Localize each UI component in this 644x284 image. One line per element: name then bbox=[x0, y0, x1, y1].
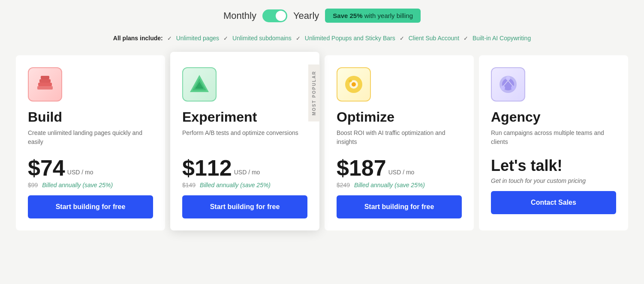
build-plan-price: $74 USD / mo bbox=[28, 157, 153, 179]
include-item-3: Unlimited Popups and Sticky Bars bbox=[305, 35, 395, 42]
experiment-cta-button[interactable]: Start building for free bbox=[182, 195, 307, 218]
save-percent: Save 25% bbox=[333, 12, 362, 19]
experiment-plan-desc: Perform A/B tests and optimize conversio… bbox=[182, 129, 307, 146]
optimize-price-original: $249 Billed annually (save 25%) bbox=[337, 182, 462, 188]
agency-cta-button[interactable]: Contact Sales bbox=[491, 191, 616, 214]
optimize-plan-price: $187 USD / mo bbox=[337, 157, 462, 179]
optimize-billed-note: Billed annually (save 25%) bbox=[354, 182, 425, 188]
plan-card-agency: Agency Run campaigns across multiple tea… bbox=[479, 55, 628, 230]
pricing-cards-row: Build Create unlimited landing pages qui… bbox=[13, 55, 631, 230]
experiment-original-strikethrough: $149 bbox=[182, 182, 196, 188]
include-item-1: Unlimited pages bbox=[176, 35, 219, 42]
svg-rect-0 bbox=[37, 86, 53, 90]
agency-plan-desc: Run campaigns across multiple teams and … bbox=[491, 129, 616, 146]
optimize-cta-button[interactable]: Start building for free bbox=[337, 195, 462, 218]
build-plan-desc: Create unlimited landing pages quickly a… bbox=[28, 129, 153, 146]
check-icon-1: ✓ bbox=[167, 35, 172, 42]
experiment-plan-name: Experiment bbox=[182, 109, 307, 125]
optimize-price-unit: USD / mo bbox=[388, 169, 415, 176]
plans-include-label: All plans include: bbox=[113, 35, 163, 42]
include-item-2: Unlimited subdomains bbox=[232, 35, 292, 42]
experiment-price-amount: $112 bbox=[182, 157, 232, 179]
optimize-plan-name: Optimize bbox=[337, 109, 462, 125]
build-plan-icon bbox=[28, 67, 62, 102]
check-icon-3: ✓ bbox=[296, 35, 301, 42]
optimize-plan-icon bbox=[337, 67, 371, 102]
build-plan-name: Build bbox=[28, 109, 153, 125]
build-billed-note: Billed annually (save 25%) bbox=[42, 182, 113, 188]
yearly-label: Yearly bbox=[293, 10, 319, 21]
svg-point-14 bbox=[511, 86, 515, 90]
optimize-plan-desc: Boost ROI with AI traffic optimization a… bbox=[337, 129, 462, 146]
agency-plan-icon bbox=[491, 67, 525, 102]
billing-toggle-row: Monthly Yearly Save 25% with yearly bill… bbox=[223, 9, 421, 23]
experiment-plan-icon bbox=[182, 67, 217, 102]
check-icon-4: ✓ bbox=[400, 35, 404, 42]
build-price-original: $99 Billed annually (save 25%) bbox=[28, 182, 153, 188]
plan-card-experiment: MOST POPULAR Experiment Perform A/B test… bbox=[170, 52, 319, 230]
svg-rect-1 bbox=[38, 83, 52, 86]
monthly-label: Monthly bbox=[223, 10, 256, 21]
most-popular-tag: MOST POPULAR bbox=[308, 65, 320, 122]
build-cta-button[interactable]: Start building for free bbox=[28, 195, 153, 218]
build-price-unit: USD / mo bbox=[67, 169, 93, 176]
experiment-price-original: $149 Billed annually (save 25%) bbox=[182, 182, 307, 188]
optimize-original-strikethrough: $249 bbox=[337, 182, 350, 188]
include-item-5: Built-in AI Copywriting bbox=[472, 35, 531, 42]
save-badge: Save 25% with yearly billing bbox=[325, 9, 421, 23]
toggle-knob bbox=[276, 11, 286, 21]
check-icon-2: ✓ bbox=[223, 35, 228, 42]
experiment-billed-note: Billed annually (save 25%) bbox=[200, 182, 271, 188]
agency-plan-name: Agency bbox=[491, 109, 616, 125]
svg-rect-3 bbox=[41, 76, 49, 79]
save-suffix: with yearly billing bbox=[363, 12, 413, 19]
svg-point-15 bbox=[501, 86, 505, 90]
build-price-amount: $74 bbox=[28, 157, 65, 179]
agency-lets-talk: Let's talk! bbox=[491, 157, 616, 175]
plans-include-row: All plans include: ✓ Unlimited pages ✓ U… bbox=[113, 35, 531, 42]
optimize-price-amount: $187 bbox=[337, 157, 386, 179]
agency-custom-pricing: Get in touch for your custom pricing bbox=[491, 177, 616, 184]
billing-toggle-switch[interactable] bbox=[262, 9, 287, 22]
include-item-4: Client Sub Account bbox=[409, 35, 459, 42]
experiment-plan-price: $112 USD / mo bbox=[182, 157, 307, 179]
plan-card-build: Build Create unlimited landing pages qui… bbox=[16, 55, 165, 230]
experiment-price-unit: USD / mo bbox=[234, 169, 260, 176]
check-icon-5: ✓ bbox=[463, 35, 468, 42]
svg-point-9 bbox=[352, 82, 356, 87]
svg-point-13 bbox=[506, 76, 510, 81]
svg-rect-2 bbox=[39, 79, 51, 83]
plan-card-optimize: Optimize Boost ROI with AI traffic optim… bbox=[325, 55, 474, 230]
build-original-strikethrough: $99 bbox=[28, 182, 38, 188]
